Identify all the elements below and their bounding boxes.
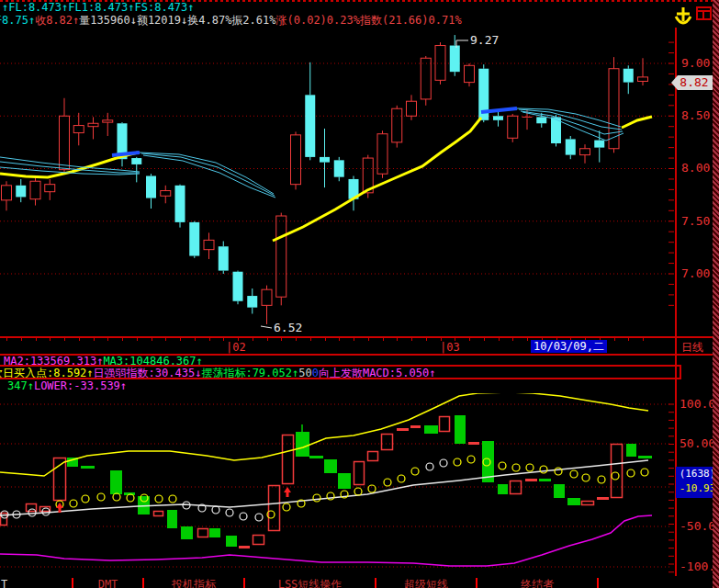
period-label-daily[interactable]: 日线 xyxy=(681,341,703,354)
candle-up xyxy=(60,116,70,169)
indicator-bar-red xyxy=(440,417,450,432)
oscillator-dot xyxy=(283,503,290,511)
anchor-icon[interactable] xyxy=(672,3,694,30)
indicator-bar-green xyxy=(226,536,237,547)
tab-超级短线[interactable]: 超级短线 xyxy=(375,578,476,588)
x-axis-tick xyxy=(253,338,253,341)
info-token: ↑ xyxy=(28,15,35,27)
x-axis-tick xyxy=(469,338,470,341)
quote-info-line-1: ↑FL:8.473↑FL1:8.473↑FS:8.473↑ xyxy=(2,2,672,14)
info-token: ↑ xyxy=(28,380,34,392)
candle-down xyxy=(450,46,460,73)
oscillator-dot xyxy=(411,468,419,475)
x-axis-tick xyxy=(122,338,123,341)
price-axis-label: 8.00 xyxy=(681,162,710,175)
candle-down xyxy=(493,116,503,120)
info-token: 347 xyxy=(7,380,28,392)
candle-down xyxy=(305,95,315,157)
candle-down xyxy=(320,157,330,163)
x-axis-tick xyxy=(209,338,210,341)
oscillator-dot xyxy=(354,488,362,495)
window-icon[interactable] xyxy=(695,6,713,24)
right-scrollbar[interactable] xyxy=(713,0,719,588)
indicator-dash-green xyxy=(638,456,652,458)
last-price-tag: 8.82 xyxy=(671,75,717,90)
info-token: 额12019 xyxy=(137,15,181,27)
info-token: LOWER:-33.539 xyxy=(34,380,120,392)
candle-up xyxy=(291,135,301,185)
x-axis-tick xyxy=(512,338,513,341)
x-axis-tick xyxy=(383,338,384,341)
indicator-bar-red xyxy=(382,435,393,450)
info-token: 振2.61% xyxy=(231,15,275,27)
price-axis-label: 7.00 xyxy=(681,267,710,280)
indicator-chart-canvas[interactable] xyxy=(0,393,675,576)
oscillator-dot xyxy=(398,475,405,482)
oscillator-dot xyxy=(368,485,376,492)
info-token: 换4.87% xyxy=(187,15,231,27)
oscillator-dot xyxy=(570,470,578,478)
indicator-dash-green xyxy=(81,466,95,469)
price-axis-label: 8.50 xyxy=(681,109,710,122)
x-axis-tick xyxy=(368,338,369,341)
candle-up xyxy=(392,108,402,142)
x-axis-tick xyxy=(64,338,65,341)
oscillator-dot xyxy=(598,476,605,483)
candle-up xyxy=(161,191,171,197)
x-axis-tick xyxy=(354,338,354,341)
indicator-tab-bar: TDMT投机指标LSS短线操作超级短线终结者 xyxy=(0,578,719,588)
tab-clipped[interactable]: T xyxy=(0,578,72,588)
x-axis-tick xyxy=(50,338,51,341)
x-axis-tick xyxy=(137,338,138,341)
info-token: ↑FS:8.473 xyxy=(128,2,187,14)
oscillator-dot xyxy=(82,495,89,503)
x-axis-tick xyxy=(397,338,398,341)
oscillator-dot xyxy=(426,463,433,470)
info-token: ↑ xyxy=(187,2,194,14)
price-chart-canvas[interactable]: 9.276.52 xyxy=(0,28,675,336)
candle-down xyxy=(189,222,199,256)
oscillator-dot xyxy=(384,479,391,486)
info-token: 开8.75 xyxy=(0,15,28,27)
candle-down xyxy=(233,272,243,301)
tab-DMT[interactable]: DMT xyxy=(72,578,142,588)
candle-down xyxy=(219,246,229,270)
indicator-bar-green xyxy=(181,526,193,539)
oscillator-dot xyxy=(641,469,648,476)
candle-up xyxy=(638,77,648,82)
oscillator-dot xyxy=(212,506,219,514)
oscillator-dot xyxy=(226,509,233,516)
indicator-dash-green xyxy=(309,456,323,458)
x-axis-tick xyxy=(107,338,108,341)
indicator-bar-red xyxy=(354,462,365,485)
x-axis-tick xyxy=(267,338,268,341)
candle-up xyxy=(30,181,40,198)
info-token: ↓ xyxy=(130,15,137,27)
price-annotation: 9.27 xyxy=(470,33,499,47)
oscillator-dot xyxy=(454,458,461,466)
x-axis-tick xyxy=(411,338,412,341)
indicator-bar-red xyxy=(368,452,378,461)
info-token: ↑FL1:8.473 xyxy=(62,2,128,14)
x-axis-tick xyxy=(527,338,528,341)
oscillator-dot xyxy=(155,495,163,503)
tab-LSS短线操作[interactable]: LSS短线操作 xyxy=(243,578,375,588)
candle-up xyxy=(580,149,590,155)
indicator-dash-red xyxy=(397,428,409,431)
candle-down xyxy=(131,158,141,164)
indicator-bar-green xyxy=(455,415,466,444)
tab-终结者[interactable]: 终结者 xyxy=(476,578,597,588)
oscillator-dot xyxy=(526,464,534,471)
oscillator-dot xyxy=(113,493,120,501)
oscillator-dot xyxy=(70,500,77,507)
candle-down xyxy=(334,160,344,176)
indicator-dash-red xyxy=(525,479,537,481)
tab-投机指标[interactable]: 投机指标 xyxy=(142,578,243,588)
candle-up xyxy=(465,65,475,82)
x-axis-tick xyxy=(21,338,22,341)
indicator-bar-green xyxy=(626,444,636,457)
oscillator-dot xyxy=(97,493,105,501)
indicator-box-border-top xyxy=(0,365,680,367)
x-axis-tick xyxy=(499,338,500,341)
candle-up xyxy=(609,69,619,149)
